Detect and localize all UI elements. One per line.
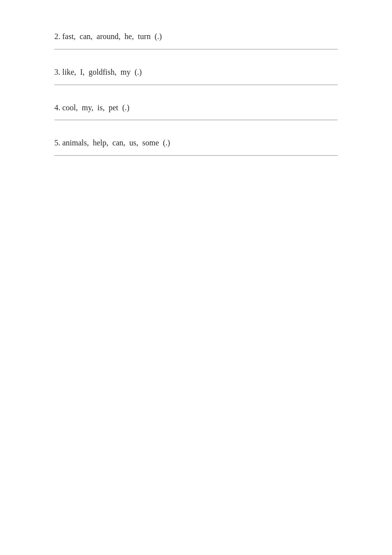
exercise-word: can, (80, 30, 92, 44)
exercise-word: he, (125, 30, 134, 44)
exercise-number: 2. (54, 30, 60, 44)
exercise-number: 4. (54, 101, 60, 115)
exercise-word: (.) (134, 65, 142, 80)
exercise-word: can, (112, 136, 125, 150)
exercise-line-3: 4. cool,my,is,pet(.) (54, 101, 338, 120)
exercise-item-3: 4. cool,my,is,pet(.) (54, 101, 338, 121)
exercise-word: goldfish, (88, 65, 116, 80)
exercise-word: pet (109, 101, 119, 115)
exercise-word: (.) (122, 101, 130, 115)
exercise-word: around, (96, 30, 120, 44)
exercise-line-4: 5. animals,help,can,us,some(.) (54, 136, 338, 155)
exercise-word: us, (130, 136, 138, 150)
exercise-word: fast, (62, 30, 76, 44)
exercise-line-2: 3. like,I,goldfish,my(.) (54, 65, 338, 85)
divider (54, 85, 338, 85)
exercise-word: animals, (62, 136, 89, 150)
exercise-word: (.) (163, 136, 171, 150)
exercise-word: (.) (155, 30, 162, 44)
exercise-word: help, (93, 136, 109, 150)
exercise-number: 3. (54, 65, 60, 80)
exercise-word: I, (80, 65, 85, 80)
divider (54, 120, 338, 120)
exercise-item-2: 3. like,I,goldfish,my(.) (54, 65, 338, 85)
exercise-number: 5. (54, 136, 60, 150)
divider (54, 49, 338, 49)
exercise-word: like, (62, 65, 76, 80)
exercise-word: my (121, 65, 131, 80)
divider (54, 155, 338, 156)
exercise-word: some (142, 136, 159, 150)
exercise-item-4: 5. animals,help,can,us,some(.) (54, 136, 338, 156)
page: 2. fast,can,around,he,turn(.)3. like,I,g… (0, 0, 392, 555)
exercise-word: is, (97, 101, 105, 115)
exercise-word: turn (138, 30, 151, 44)
exercise-word: my, (82, 101, 93, 115)
exercise-line-1: 2. fast,can,around,he,turn(.) (54, 30, 338, 49)
exercise-word: cool, (62, 101, 78, 115)
exercise-item-1: 2. fast,can,around,he,turn(.) (54, 30, 338, 49)
